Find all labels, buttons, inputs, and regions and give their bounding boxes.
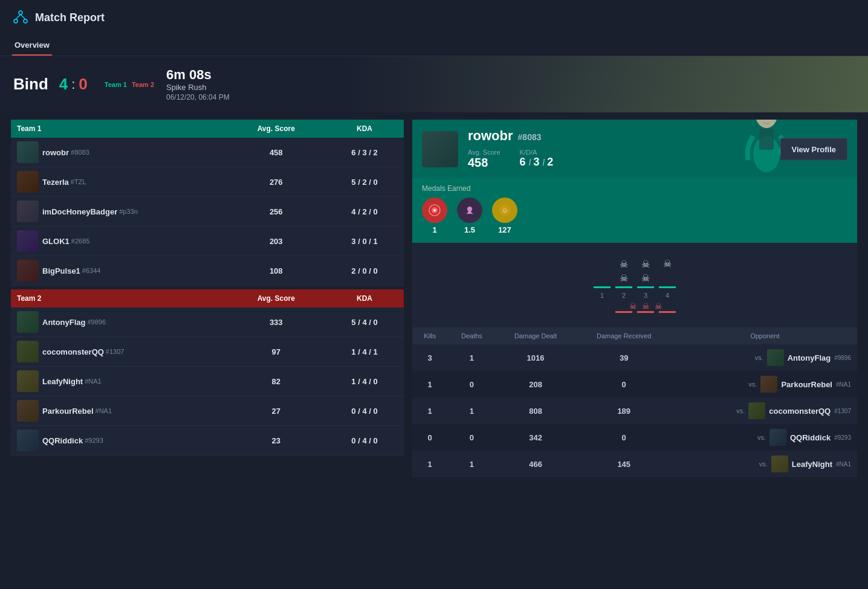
medal-1-value: 1 (432, 225, 436, 234)
round-num-3: 3 (644, 292, 647, 299)
player-tag: #6344 (82, 267, 101, 274)
player-avatar (17, 230, 39, 252)
stat-deaths: 0 (447, 424, 496, 451)
player-kda: 4 / 2 / 0 (325, 197, 404, 227)
table-row[interactable]: ParkourRebel #NA1 27 0 / 4 / 0 (11, 396, 404, 426)
player-avg: 458 (227, 138, 326, 167)
player-kda: 1 / 4 / 0 (325, 367, 404, 396)
player-tag: #TZL (71, 178, 86, 185)
profile-tag: #8083 (518, 132, 542, 142)
score-section: 4 : 0 (59, 75, 88, 94)
medals-section: Medals Earned 1 (412, 178, 857, 243)
skull-t2-1: ☠ (629, 301, 637, 311)
team1-label: Team 1 (105, 81, 127, 88)
match-banner: Bind 4 : 0 Team 1 Team 2 6m 08s Spike Ru… (0, 56, 868, 112)
player-avatar (17, 171, 39, 193)
player-avg: 203 (227, 227, 326, 256)
medal-1: 1 (422, 198, 447, 234)
medals-title: Medals Earned (422, 184, 847, 193)
stat-dmg-recv: 0 (575, 424, 673, 451)
stats-row: 1 1 466 145 vs. LeafyNight #NA1 (412, 451, 857, 477)
opponent-cell: vs. ParkourRebel #NA1 (673, 371, 857, 397)
svg-rect-16 (468, 211, 471, 214)
profile-panel: rowobr #8083 Avg. Score 458 K/D/A 6 / 3 (412, 120, 857, 477)
opp-name: ParkourRebel (781, 380, 832, 389)
table-row[interactable]: BigPulse1 #6344 108 2 / 0 / 0 (11, 256, 404, 286)
player-name: imDocHoneyBadger (42, 207, 117, 216)
player-avatar (17, 430, 39, 451)
score-team1: 4 (59, 75, 68, 94)
player-name-cell: GLOK1 #2685 (17, 230, 221, 252)
profile-header: rowobr #8083 Avg. Score 458 K/D/A 6 / 3 (412, 120, 857, 178)
player-name-cell: LeafyNight #NA1 (17, 370, 221, 392)
player-kda: 6 / 3 / 2 (325, 138, 404, 167)
opp-vs-label: vs. (755, 354, 763, 361)
player-tag: #NA1 (85, 378, 102, 385)
opp-tag: #NA1 (836, 381, 851, 388)
page-title: Match Report (35, 11, 105, 24)
player-name: ParkourRebel (42, 407, 94, 416)
team1-table: Team 1 Avg. Score KDA rowobr #8083 458 6… (11, 120, 404, 286)
opp-vs-label: vs. (736, 407, 745, 414)
avg-score-value: 458 (468, 156, 500, 170)
player-avatar (17, 400, 39, 422)
round-bar-3 (637, 286, 654, 288)
svg-point-1 (14, 19, 18, 23)
score-labels: Team 1 Team 2 (105, 81, 154, 88)
stat-dmg-recv: 189 (575, 397, 673, 424)
view-profile-button[interactable]: View Profile (780, 138, 847, 160)
table-row[interactable]: imDocHoneyBadger #p33n 256 4 / 2 / 0 (11, 197, 404, 227)
opponent-cell: vs. QQRiddick #9293 (673, 424, 857, 451)
player-name: BigPulse1 (42, 266, 80, 275)
player-avatar (17, 260, 39, 282)
table-row[interactable]: LeafyNight #NA1 82 1 / 4 / 0 (11, 367, 404, 396)
medal-circle-2 (457, 198, 482, 223)
round-bar-1 (594, 286, 611, 288)
match-duration: 6m 08s (166, 67, 230, 83)
player-avg: 256 (227, 197, 326, 227)
stat-dmg-dealt: 466 (496, 451, 575, 477)
player-name-cell: cocomonsterQQ #1307 (17, 341, 221, 362)
player-kda: 0 / 4 / 0 (325, 426, 404, 455)
kda-assists: 2 (547, 156, 553, 168)
table-row[interactable]: QQRiddick #9293 23 0 / 4 / 0 (11, 426, 404, 455)
tab-overview[interactable]: Overview (12, 36, 52, 56)
opp-avatar (748, 402, 765, 419)
profile-avg-stat: Avg. Score 458 (468, 149, 500, 170)
svg-point-0 (19, 11, 22, 14)
player-name-cell: imDocHoneyBadger #p33n (17, 201, 221, 222)
player-name-cell: ParkourRebel #NA1 (17, 400, 221, 422)
opp-tag: #1307 (834, 408, 851, 414)
player-name: Tezerla (42, 178, 69, 187)
table-row[interactable]: cocomonsterQQ #1307 97 1 / 4 / 1 (11, 337, 404, 367)
stat-kills: 1 (412, 397, 447, 424)
svg-line-4 (21, 14, 25, 19)
player-avg: 108 (227, 256, 326, 286)
player-tag: #p33n (119, 208, 138, 215)
round-col-3: ☠ ☠ 3 (637, 259, 654, 299)
stat-deaths: 0 (447, 371, 496, 397)
table-row[interactable]: rowobr #8083 458 6 / 3 / 2 (11, 138, 404, 167)
table-row[interactable]: GLOK1 #2685 203 3 / 0 / 1 (11, 227, 404, 256)
stats-row: 3 1 1016 39 vs. AntonyFlag #9896 (412, 344, 857, 371)
team2-col-kda: KDA (325, 289, 404, 307)
player-avg: 82 (227, 367, 326, 396)
teams-panel: Team 1 Avg. Score KDA rowobr #8083 458 6… (11, 120, 404, 477)
stats-row: 1 0 208 0 vs. ParkourRebel #NA1 (412, 371, 857, 397)
player-name: AntonyFlag (42, 318, 86, 327)
opp-avatar (769, 429, 786, 446)
player-name-cell: AntonyFlag #9896 (17, 311, 221, 333)
player-name: GLOK1 (42, 237, 70, 246)
table-row[interactable]: AntonyFlag #9896 333 5 / 4 / 0 (11, 307, 404, 337)
opponent-name-wrap: vs. cocomonsterQQ #1307 (679, 402, 851, 419)
stat-dmg-recv: 0 (575, 371, 673, 397)
stat-kills: 1 (412, 371, 447, 397)
opponent-name-wrap: vs. QQRiddick #9293 (679, 429, 851, 446)
stats-table: Kills Deaths Damage Dealt Damage Receive… (412, 327, 857, 477)
opp-avatar (767, 349, 784, 366)
stat-kills: 3 (412, 344, 447, 371)
stat-dmg-dealt: 808 (496, 397, 575, 424)
table-row[interactable]: Tezerla #TZL 276 5 / 2 / 0 (11, 167, 404, 197)
team2-col-avg: Avg. Score (227, 289, 326, 307)
opp-vs-label: vs. (748, 381, 757, 388)
